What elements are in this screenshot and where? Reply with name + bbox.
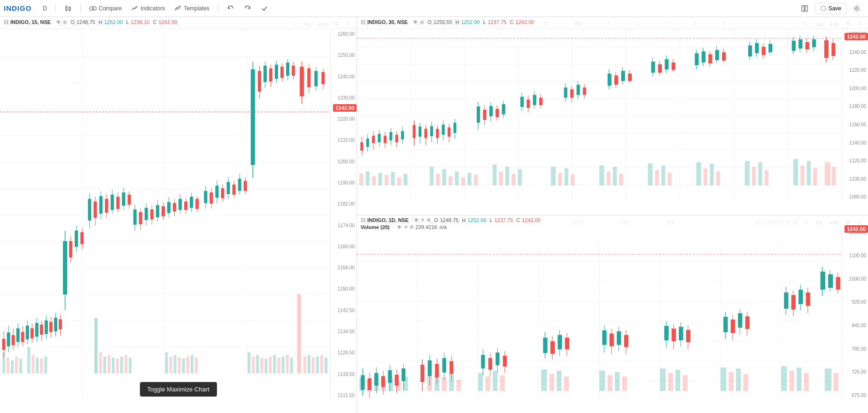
svg-rect-486 [836, 277, 840, 290]
svg-rect-168 [264, 66, 266, 82]
svg-rect-182 [308, 69, 310, 87]
svg-rect-478 [798, 290, 803, 304]
svg-rect-438 [496, 352, 499, 365]
br-vol-eye-icon[interactable]: 👁 [397, 224, 402, 230]
svg-rect-36 [40, 359, 43, 374]
svg-rect-297 [527, 99, 530, 108]
svg-rect-220 [474, 175, 478, 185]
svg-point-7 [93, 7, 96, 10]
svg-rect-242 [745, 161, 750, 185]
svg-rect-307 [576, 85, 580, 95]
main-area: ⊟ INDIGO, 15, NSE · 👁 ⚙ O 1248.75 H 1252… [0, 17, 868, 413]
toolbar: INDIGO D Compare Indicators Templates Sa… [0, 0, 868, 17]
svg-rect-114 [105, 199, 108, 212]
timeframe-label: D [43, 5, 47, 12]
svg-rect-146 [196, 199, 199, 208]
svg-rect-148 [204, 191, 207, 203]
svg-rect-349 [806, 42, 809, 50]
settings-icon [853, 5, 860, 12]
svg-rect-385 [493, 370, 497, 390]
svg-rect-144 [190, 197, 193, 208]
svg-rect-460 [672, 329, 676, 341]
svg-rect-216 [449, 176, 452, 185]
svg-rect-225 [518, 169, 522, 185]
svg-rect-248 [807, 161, 811, 185]
svg-rect-480 [806, 292, 810, 306]
svg-rect-416 [381, 376, 385, 387]
left-chart-eye-icon[interactable]: 👁 [56, 19, 61, 25]
svg-rect-41 [108, 355, 110, 373]
svg-rect-412 [368, 378, 372, 390]
tr-chart-eye-icon[interactable]: 👁 [413, 19, 418, 25]
svg-rect-305 [570, 89, 574, 98]
svg-rect-228 [565, 168, 568, 185]
left-panel: ⊟ INDIGO, 15, NSE · 👁 ⚙ O 1248.75 H 1252… [0, 17, 357, 413]
svg-rect-223 [505, 167, 509, 185]
svg-rect-72 [325, 358, 327, 374]
svg-rect-240 [710, 163, 713, 185]
svg-rect-90 [40, 325, 43, 334]
br-chart-close-icon[interactable]: ✕ [421, 217, 425, 222]
svg-rect-61 [269, 357, 271, 374]
indicators-button[interactable]: Indicators [127, 3, 169, 14]
svg-rect-430 [442, 358, 446, 372]
timeframe-button[interactable]: D [39, 3, 51, 14]
left-h-val: 1252.00 [104, 19, 123, 25]
svg-rect-450 [602, 330, 606, 345]
left-c-val: 1242.00 [158, 19, 177, 25]
svg-rect-213 [430, 167, 434, 185]
svg-rect-53 [191, 355, 194, 373]
svg-rect-261 [384, 136, 387, 143]
save-button[interactable]: Save [815, 3, 846, 14]
tr-chart-settings-icon[interactable]: ⚙ [420, 20, 424, 25]
chart-type-button[interactable] [61, 3, 76, 14]
svg-rect-78 [12, 336, 15, 345]
br-chart-canvas[interactable] [357, 242, 842, 400]
svg-rect-184 [315, 71, 318, 86]
svg-rect-222 [499, 171, 503, 185]
templates-button[interactable]: Templates [170, 3, 213, 14]
svg-rect-231 [606, 171, 610, 185]
svg-rect-397 [675, 369, 680, 390]
layout-button[interactable] [797, 3, 812, 14]
svg-rect-31 [15, 357, 18, 374]
svg-rect-317 [628, 74, 632, 81]
svg-rect-403 [781, 366, 787, 391]
tr-chart-minimize-icon[interactable]: ⊟ [361, 19, 365, 25]
tr-chart-svg [357, 30, 842, 202]
br-vol-settings-icon[interactable]: ⚙ [410, 224, 414, 229]
svg-rect-238 [696, 162, 701, 185]
redo-button[interactable] [240, 3, 255, 14]
undo-button[interactable] [223, 3, 238, 14]
left-chart-canvas[interactable] [0, 30, 330, 400]
svg-rect-263 [389, 132, 392, 140]
compare-button[interactable]: Compare [85, 3, 125, 14]
svg-rect-178 [292, 66, 295, 76]
svg-rect-239 [704, 168, 707, 185]
svg-rect-55 [297, 294, 301, 374]
svg-rect-273 [424, 129, 427, 138]
svg-rect-309 [583, 87, 586, 95]
svg-rect-408 [833, 373, 838, 391]
br-chart-minimize-icon[interactable]: ⊟ [361, 217, 365, 223]
left-chart-symbol: INDIGO, 15, NSE [10, 19, 51, 25]
tr-chart-canvas[interactable] [357, 30, 842, 202]
br-vol-close-icon[interactable]: ✕ [404, 224, 408, 229]
svg-rect-42 [112, 358, 115, 374]
br-chart-eye-icon[interactable]: 👁 [414, 217, 419, 223]
svg-rect-50 [178, 358, 181, 374]
svg-rect-212 [403, 174, 407, 185]
svg-rect-29 [7, 358, 9, 374]
left-chart-settings-icon[interactable]: ⚙ [63, 20, 67, 25]
left-chart-minimize-icon[interactable]: ⊟ [4, 19, 8, 25]
left-o-label: O [69, 19, 75, 25]
svg-rect-54 [195, 358, 198, 374]
left-y-axis: 1260.00 1250.00 1240.00 1230.00 1220.00 … [330, 30, 356, 400]
svg-rect-221 [493, 164, 496, 185]
svg-rect-484 [828, 274, 833, 288]
settings-button[interactable] [849, 3, 864, 14]
check-button[interactable] [257, 3, 272, 14]
svg-rect-250 [825, 162, 830, 185]
left-chart-svg [0, 30, 330, 400]
br-chart-settings-icon[interactable]: ⚙ [426, 217, 431, 222]
